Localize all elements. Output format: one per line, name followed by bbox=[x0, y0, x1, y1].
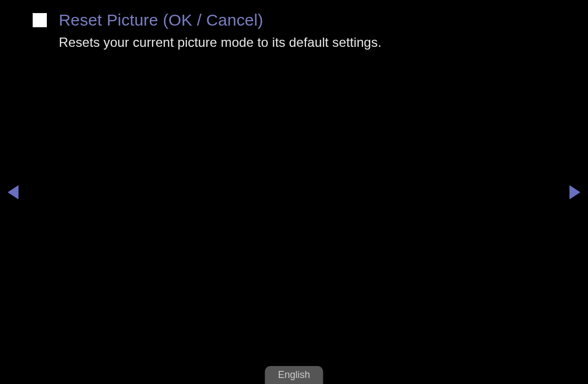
nav-prev-button[interactable] bbox=[8, 185, 19, 199]
triangle-right-icon bbox=[569, 185, 580, 199]
language-badge[interactable]: English bbox=[265, 366, 323, 384]
header-row: Reset Picture (OK / Cancel) bbox=[0, 0, 588, 29]
page-description: Resets your current picture mode to its … bbox=[59, 35, 588, 50]
triangle-left-icon bbox=[8, 185, 19, 199]
page-title: Reset Picture (OK / Cancel) bbox=[59, 11, 264, 29]
square-bullet-icon bbox=[33, 13, 47, 27]
nav-next-button[interactable] bbox=[569, 185, 580, 199]
